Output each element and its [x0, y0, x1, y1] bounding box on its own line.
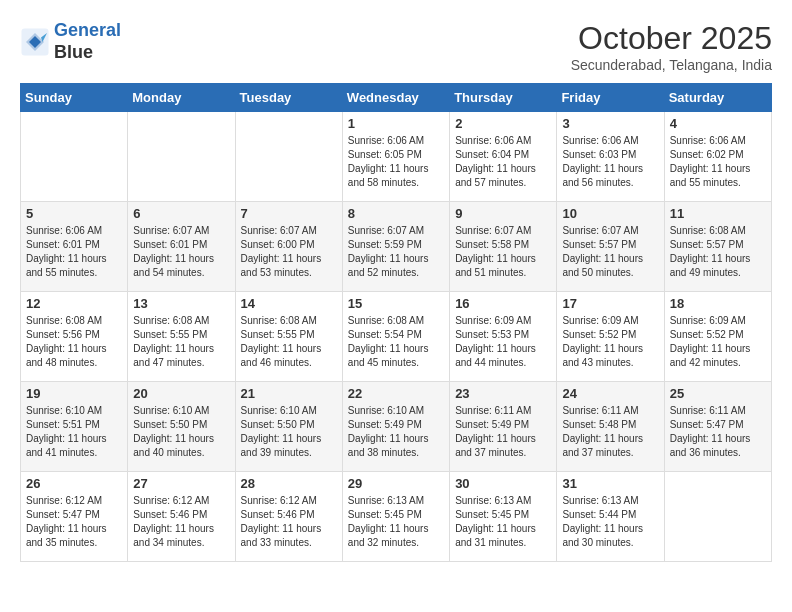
calendar-cell: 10Sunrise: 6:07 AM Sunset: 5:57 PM Dayli… — [557, 202, 664, 292]
calendar-cell: 16Sunrise: 6:09 AM Sunset: 5:53 PM Dayli… — [450, 292, 557, 382]
calendar-cell: 4Sunrise: 6:06 AM Sunset: 6:02 PM Daylig… — [664, 112, 771, 202]
calendar-cell: 25Sunrise: 6:11 AM Sunset: 5:47 PM Dayli… — [664, 382, 771, 472]
day-number: 7 — [241, 206, 337, 221]
weekday-header-tuesday: Tuesday — [235, 84, 342, 112]
calendar-cell: 27Sunrise: 6:12 AM Sunset: 5:46 PM Dayli… — [128, 472, 235, 562]
day-number: 9 — [455, 206, 551, 221]
weekday-header-thursday: Thursday — [450, 84, 557, 112]
calendar-cell — [128, 112, 235, 202]
day-info: Sunrise: 6:12 AM Sunset: 5:46 PM Dayligh… — [241, 494, 337, 550]
day-info: Sunrise: 6:10 AM Sunset: 5:49 PM Dayligh… — [348, 404, 444, 460]
day-number: 22 — [348, 386, 444, 401]
day-info: Sunrise: 6:13 AM Sunset: 5:45 PM Dayligh… — [348, 494, 444, 550]
calendar-cell: 28Sunrise: 6:12 AM Sunset: 5:46 PM Dayli… — [235, 472, 342, 562]
day-info: Sunrise: 6:06 AM Sunset: 6:02 PM Dayligh… — [670, 134, 766, 190]
day-number: 11 — [670, 206, 766, 221]
calendar-body: 1Sunrise: 6:06 AM Sunset: 6:05 PM Daylig… — [21, 112, 772, 562]
day-info: Sunrise: 6:06 AM Sunset: 6:05 PM Dayligh… — [348, 134, 444, 190]
day-number: 5 — [26, 206, 122, 221]
day-number: 13 — [133, 296, 229, 311]
calendar-cell: 19Sunrise: 6:10 AM Sunset: 5:51 PM Dayli… — [21, 382, 128, 472]
calendar-cell: 3Sunrise: 6:06 AM Sunset: 6:03 PM Daylig… — [557, 112, 664, 202]
day-info: Sunrise: 6:07 AM Sunset: 5:58 PM Dayligh… — [455, 224, 551, 280]
day-info: Sunrise: 6:08 AM Sunset: 5:56 PM Dayligh… — [26, 314, 122, 370]
day-number: 8 — [348, 206, 444, 221]
calendar-cell — [664, 472, 771, 562]
calendar-cell: 15Sunrise: 6:08 AM Sunset: 5:54 PM Dayli… — [342, 292, 449, 382]
day-info: Sunrise: 6:10 AM Sunset: 5:50 PM Dayligh… — [241, 404, 337, 460]
calendar-cell: 13Sunrise: 6:08 AM Sunset: 5:55 PM Dayli… — [128, 292, 235, 382]
calendar-cell: 5Sunrise: 6:06 AM Sunset: 6:01 PM Daylig… — [21, 202, 128, 292]
logo-line1: General — [54, 20, 121, 40]
calendar-cell — [21, 112, 128, 202]
day-number: 10 — [562, 206, 658, 221]
day-info: Sunrise: 6:09 AM Sunset: 5:53 PM Dayligh… — [455, 314, 551, 370]
weekday-header-wednesday: Wednesday — [342, 84, 449, 112]
week-row-5: 26Sunrise: 6:12 AM Sunset: 5:47 PM Dayli… — [21, 472, 772, 562]
calendar-cell: 8Sunrise: 6:07 AM Sunset: 5:59 PM Daylig… — [342, 202, 449, 292]
month-title: October 2025 — [571, 20, 772, 57]
calendar-cell: 30Sunrise: 6:13 AM Sunset: 5:45 PM Dayli… — [450, 472, 557, 562]
day-info: Sunrise: 6:11 AM Sunset: 5:47 PM Dayligh… — [670, 404, 766, 460]
page-header: General Blue October 2025 Secunderabad, … — [20, 20, 772, 73]
logo-text: General Blue — [54, 20, 121, 63]
day-number: 6 — [133, 206, 229, 221]
week-row-2: 5Sunrise: 6:06 AM Sunset: 6:01 PM Daylig… — [21, 202, 772, 292]
day-number: 2 — [455, 116, 551, 131]
calendar-cell: 9Sunrise: 6:07 AM Sunset: 5:58 PM Daylig… — [450, 202, 557, 292]
day-info: Sunrise: 6:11 AM Sunset: 5:48 PM Dayligh… — [562, 404, 658, 460]
day-info: Sunrise: 6:11 AM Sunset: 5:49 PM Dayligh… — [455, 404, 551, 460]
day-info: Sunrise: 6:13 AM Sunset: 5:44 PM Dayligh… — [562, 494, 658, 550]
calendar-cell: 29Sunrise: 6:13 AM Sunset: 5:45 PM Dayli… — [342, 472, 449, 562]
weekday-header-friday: Friday — [557, 84, 664, 112]
calendar-cell: 23Sunrise: 6:11 AM Sunset: 5:49 PM Dayli… — [450, 382, 557, 472]
day-number: 1 — [348, 116, 444, 131]
day-info: Sunrise: 6:12 AM Sunset: 5:46 PM Dayligh… — [133, 494, 229, 550]
calendar-cell: 26Sunrise: 6:12 AM Sunset: 5:47 PM Dayli… — [21, 472, 128, 562]
logo: General Blue — [20, 20, 121, 63]
calendar-cell: 11Sunrise: 6:08 AM Sunset: 5:57 PM Dayli… — [664, 202, 771, 292]
day-number: 24 — [562, 386, 658, 401]
calendar-cell: 12Sunrise: 6:08 AM Sunset: 5:56 PM Dayli… — [21, 292, 128, 382]
weekday-header-sunday: Sunday — [21, 84, 128, 112]
day-number: 18 — [670, 296, 766, 311]
calendar-cell: 17Sunrise: 6:09 AM Sunset: 5:52 PM Dayli… — [557, 292, 664, 382]
day-number: 21 — [241, 386, 337, 401]
weekday-header-row: SundayMondayTuesdayWednesdayThursdayFrid… — [21, 84, 772, 112]
week-row-1: 1Sunrise: 6:06 AM Sunset: 6:05 PM Daylig… — [21, 112, 772, 202]
day-number: 19 — [26, 386, 122, 401]
day-number: 12 — [26, 296, 122, 311]
day-info: Sunrise: 6:08 AM Sunset: 5:54 PM Dayligh… — [348, 314, 444, 370]
day-info: Sunrise: 6:08 AM Sunset: 5:57 PM Dayligh… — [670, 224, 766, 280]
day-number: 4 — [670, 116, 766, 131]
weekday-header-saturday: Saturday — [664, 84, 771, 112]
calendar-cell: 1Sunrise: 6:06 AM Sunset: 6:05 PM Daylig… — [342, 112, 449, 202]
day-number: 20 — [133, 386, 229, 401]
title-block: October 2025 Secunderabad, Telangana, In… — [571, 20, 772, 73]
day-number: 16 — [455, 296, 551, 311]
day-info: Sunrise: 6:07 AM Sunset: 5:57 PM Dayligh… — [562, 224, 658, 280]
day-info: Sunrise: 6:13 AM Sunset: 5:45 PM Dayligh… — [455, 494, 551, 550]
day-number: 14 — [241, 296, 337, 311]
week-row-4: 19Sunrise: 6:10 AM Sunset: 5:51 PM Dayli… — [21, 382, 772, 472]
day-info: Sunrise: 6:07 AM Sunset: 6:00 PM Dayligh… — [241, 224, 337, 280]
calendar-header: SundayMondayTuesdayWednesdayThursdayFrid… — [21, 84, 772, 112]
day-number: 27 — [133, 476, 229, 491]
day-number: 15 — [348, 296, 444, 311]
calendar-cell: 20Sunrise: 6:10 AM Sunset: 5:50 PM Dayli… — [128, 382, 235, 472]
week-row-3: 12Sunrise: 6:08 AM Sunset: 5:56 PM Dayli… — [21, 292, 772, 382]
day-number: 31 — [562, 476, 658, 491]
calendar-cell: 21Sunrise: 6:10 AM Sunset: 5:50 PM Dayli… — [235, 382, 342, 472]
day-info: Sunrise: 6:06 AM Sunset: 6:03 PM Dayligh… — [562, 134, 658, 190]
calendar-cell: 6Sunrise: 6:07 AM Sunset: 6:01 PM Daylig… — [128, 202, 235, 292]
calendar-cell: 31Sunrise: 6:13 AM Sunset: 5:44 PM Dayli… — [557, 472, 664, 562]
calendar-table: SundayMondayTuesdayWednesdayThursdayFrid… — [20, 83, 772, 562]
day-number: 25 — [670, 386, 766, 401]
day-info: Sunrise: 6:09 AM Sunset: 5:52 PM Dayligh… — [562, 314, 658, 370]
day-number: 23 — [455, 386, 551, 401]
day-info: Sunrise: 6:06 AM Sunset: 6:04 PM Dayligh… — [455, 134, 551, 190]
calendar-cell — [235, 112, 342, 202]
calendar-cell: 18Sunrise: 6:09 AM Sunset: 5:52 PM Dayli… — [664, 292, 771, 382]
weekday-header-monday: Monday — [128, 84, 235, 112]
day-info: Sunrise: 6:12 AM Sunset: 5:47 PM Dayligh… — [26, 494, 122, 550]
